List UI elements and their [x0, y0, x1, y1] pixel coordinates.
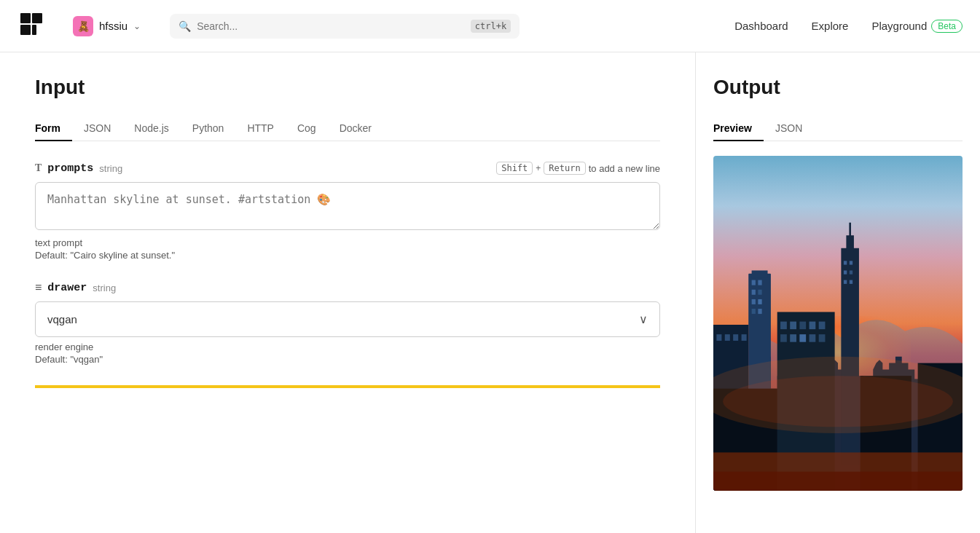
svg-rect-11	[758, 299, 761, 304]
output-image	[713, 156, 963, 491]
svg-rect-31	[799, 322, 806, 330]
svg-rect-26	[733, 334, 738, 341]
nav-playground[interactable]: Playground Beta	[871, 20, 963, 33]
output-panel: Output Preview JSON	[696, 52, 980, 533]
svg-rect-36	[799, 334, 806, 342]
skyline-svg	[713, 156, 963, 491]
prompts-input[interactable]	[35, 182, 660, 230]
beta-badge: Beta	[931, 20, 963, 33]
tab-json[interactable]: JSON	[72, 117, 122, 141]
drawer-select[interactable]: vqgan ∨	[35, 301, 660, 337]
input-tabs: Form JSON Node.js Python HTTP Cog Docker	[35, 117, 660, 141]
nav-dashboard[interactable]: Dashboard	[734, 20, 788, 32]
svg-rect-13	[758, 309, 761, 314]
tab-cog[interactable]: Cog	[286, 117, 328, 141]
output-tabs: Preview JSON	[713, 117, 963, 141]
svg-rect-30	[790, 322, 796, 330]
field-prompts-label-row: T prompts string	[35, 162, 122, 175]
output-tab-preview[interactable]: Preview	[713, 117, 764, 141]
tab-http[interactable]: HTTP	[235, 117, 286, 141]
field-prompts: T prompts string Shift + Return to add a…	[35, 162, 660, 261]
search-icon: 🔍	[179, 20, 191, 32]
svg-rect-6	[752, 280, 756, 285]
field-drawer: ≡ drawer string vqgan ∨ render engine De…	[35, 281, 660, 365]
output-title: Output	[713, 76, 963, 99]
svg-rect-22	[850, 280, 852, 284]
svg-rect-19	[844, 270, 847, 274]
field-drawer-type: string	[93, 283, 116, 293]
svg-rect-24	[716, 334, 721, 341]
svg-rect-12	[752, 309, 756, 314]
svg-rect-7	[758, 280, 761, 285]
shift-key: Shift	[496, 162, 533, 175]
plus-sign: +	[536, 163, 541, 173]
field-prompts-type: string	[99, 163, 122, 174]
select-chevron-icon: ∨	[639, 312, 648, 326]
field-prompts-header: T prompts string Shift + Return to add a…	[35, 162, 660, 175]
drawer-select-value: vqgan	[47, 313, 77, 325]
yellow-bar	[35, 385, 660, 388]
text-type-icon: T	[35, 162, 42, 174]
svg-rect-35	[790, 334, 796, 342]
return-key: Return	[544, 162, 585, 175]
input-title: Input	[35, 76, 660, 99]
svg-rect-21	[844, 280, 847, 284]
svg-rect-18	[850, 261, 852, 264]
svg-rect-33	[819, 322, 826, 330]
svg-rect-3	[32, 25, 36, 35]
prompts-description: text prompt	[35, 237, 660, 248]
tab-nodejs[interactable]: Node.js	[122, 117, 180, 141]
input-panel: Input Form JSON Node.js Python HTTP Cog …	[0, 52, 696, 533]
user-name: hfssiu	[99, 20, 128, 32]
svg-rect-43	[713, 472, 963, 491]
tab-docker[interactable]: Docker	[328, 117, 383, 141]
svg-rect-34	[780, 334, 787, 342]
svg-rect-25	[725, 334, 730, 341]
svg-rect-32	[810, 322, 816, 330]
list-icon: ≡	[35, 281, 42, 294]
svg-rect-17	[844, 261, 847, 264]
search-input[interactable]	[197, 20, 465, 32]
tab-python[interactable]: Python	[181, 117, 236, 141]
svg-rect-29	[780, 322, 787, 330]
svg-rect-1	[20, 25, 31, 35]
shortcut-hint: Shift + Return to add a new line	[496, 162, 660, 175]
svg-rect-10	[752, 299, 756, 304]
svg-rect-20	[850, 270, 852, 274]
main-layout: Input Form JSON Node.js Python HTTP Cog …	[0, 52, 980, 533]
field-drawer-name: drawer	[47, 282, 87, 294]
svg-rect-9	[758, 290, 761, 295]
logo[interactable]	[17, 10, 50, 42]
drawer-description: render engine	[35, 341, 660, 352]
user-selector[interactable]: 🧸 hfssiu ⌄	[67, 13, 146, 39]
chevron-down-icon: ⌄	[133, 21, 141, 31]
avatar: 🧸	[73, 16, 93, 36]
svg-rect-5	[752, 270, 768, 278]
svg-rect-27	[742, 334, 747, 341]
svg-rect-37	[810, 334, 816, 342]
tab-form[interactable]: Form	[35, 117, 72, 141]
prompts-default: Default: "Cairo skyline at sunset."	[35, 250, 660, 261]
svg-rect-0	[20, 13, 31, 23]
nav-explore[interactable]: Explore	[812, 20, 849, 32]
search-shortcut: ctrl+k	[471, 20, 511, 33]
svg-rect-38	[819, 334, 826, 342]
output-tab-json[interactable]: JSON	[764, 117, 814, 141]
drawer-default: Default: "vqgan"	[35, 354, 660, 365]
field-prompts-name: prompts	[47, 162, 93, 175]
nav-links: Dashboard Explore Playground Beta	[734, 20, 963, 33]
shortcut-label: ctrl+k	[471, 20, 511, 33]
field-drawer-label-row: ≡ drawer string	[35, 281, 660, 294]
drawer-select-wrapper: vqgan ∨	[35, 301, 660, 337]
header: 🧸 hfssiu ⌄ 🔍 ctrl+k Dashboard Explore Pl…	[0, 0, 980, 52]
search-bar: 🔍 ctrl+k	[170, 14, 520, 39]
playground-label: Playground	[871, 20, 927, 32]
svg-rect-8	[752, 290, 756, 295]
svg-point-45	[723, 376, 953, 427]
shortcut-hint-text: to add a new line	[589, 163, 660, 174]
svg-rect-2	[32, 13, 42, 23]
